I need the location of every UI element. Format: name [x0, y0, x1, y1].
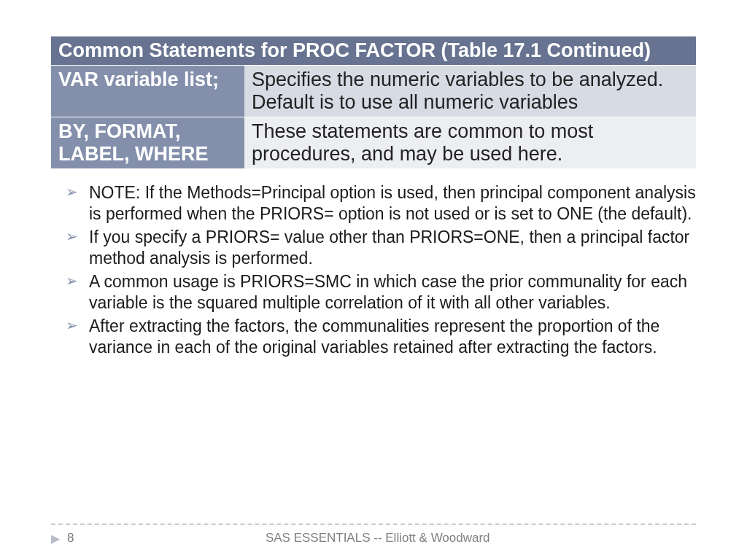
- table-row: BY, FORMAT, LABEL, WHERE These statement…: [51, 117, 696, 169]
- statement-desc: Specifies the numeric variables to be an…: [244, 66, 696, 117]
- note-text: NOTE: If the Methods=Principal option is…: [89, 182, 696, 225]
- divider: [51, 524, 696, 525]
- list-item: ➢ NOTE: If the Methods=Principal option …: [58, 182, 696, 225]
- list-item: ➢ After extracting the factors, the comm…: [58, 316, 696, 359]
- footer-title: SAS ESSENTIALS -- Elliott & Woodward: [103, 531, 652, 545]
- chevron-right-icon: ➢: [66, 316, 80, 359]
- chevron-right-icon: ➢: [66, 271, 80, 314]
- note-text: A common usage is PRIORS=SMC in which ca…: [89, 271, 696, 314]
- footer-row: ▶ 8 SAS ESSENTIALS -- Elliott & Woodward: [51, 531, 696, 545]
- statement-desc: These statements are common to most proc…: [244, 117, 696, 169]
- page-number: 8: [67, 531, 74, 545]
- notes-list: ➢ NOTE: If the Methods=Principal option …: [51, 182, 696, 359]
- chevron-right-icon: ➢: [66, 182, 80, 225]
- note-text: If you specify a PRIORS= value other tha…: [89, 227, 696, 270]
- statement-name: VAR variable list;: [51, 66, 244, 117]
- chevron-right-icon: ➢: [66, 227, 80, 270]
- table-header-cell: Common Statements for PROC FACTOR (Table…: [51, 36, 696, 66]
- slide-footer: ▶ 8 SAS ESSENTIALS -- Elliott & Woodward: [0, 524, 747, 545]
- play-icon: ▶: [51, 532, 60, 545]
- table-header-row: Common Statements for PROC FACTOR (Table…: [51, 36, 696, 66]
- statement-name: BY, FORMAT, LABEL, WHERE: [51, 117, 244, 169]
- list-item: ➢ A common usage is PRIORS=SMC in which …: [58, 271, 696, 314]
- list-item: ➢ If you specify a PRIORS= value other t…: [58, 227, 696, 270]
- note-text: After extracting the factors, the commun…: [89, 316, 696, 359]
- table-row: VAR variable list; Specifies the numeric…: [51, 66, 696, 117]
- statements-table: Common Statements for PROC FACTOR (Table…: [51, 36, 696, 169]
- slide: Common Statements for PROC FACTOR (Table…: [0, 0, 747, 560]
